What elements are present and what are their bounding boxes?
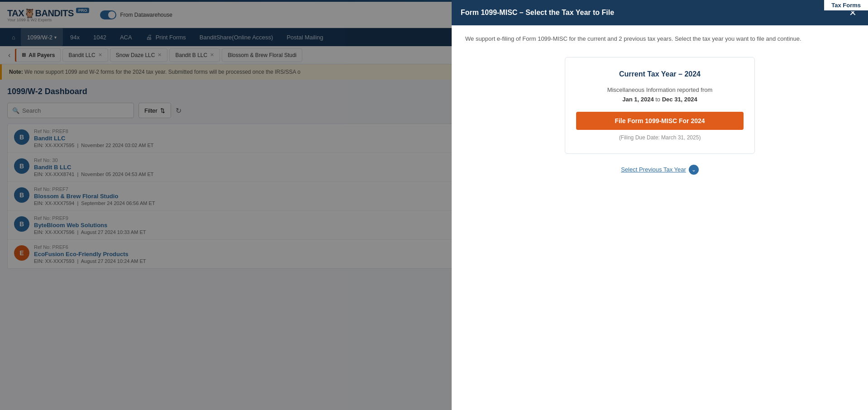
modal-dialog: Form 1099-MISC – Select the Tax Year to … [452,0,868,269]
prev-year-label: Select Previous Tax Year [621,166,686,173]
file-form-button-label: File Form 1099-MISC For 2024 [615,117,705,124]
tax-forms-tab-label: Tax Forms [831,2,861,9]
select-previous-tax-year[interactable]: Select Previous Tax Year ⌄ [465,165,854,175]
misc-date-end: Dec 31, 2024 [662,96,697,103]
modal-body: We support e-filing of Form 1099-MISC fo… [452,25,868,269]
modal-overlay: Form 1099-MISC – Select the Tax Year to … [0,0,868,269]
misc-dates: Jan 1, 2024 to Dec 31, 2024 [576,96,744,103]
misc-date-start: Jan 1, 2024 [622,96,653,103]
current-tax-year-label: Current Tax Year – 2024 [576,70,744,78]
modal-description: We support e-filing of Form 1099-MISC fo… [465,34,854,43]
modal-title: Form 1099-MISC – Select the Tax Year to … [461,9,614,17]
misc-info-line: Miscellaneous Information reported from [576,86,744,93]
modal-header: Form 1099-MISC – Select the Tax Year to … [452,0,868,25]
tax-year-card: Current Tax Year – 2024 Miscellaneous In… [565,57,755,154]
filing-due-date: (Filing Due Date: March 31, 2025) [576,134,744,141]
file-form-button[interactable]: File Form 1099-MISC For 2024 [576,112,744,130]
chevron-down-icon: ⌄ [689,165,699,175]
tax-forms-tab[interactable]: Tax Forms [824,0,868,11]
misc-to: to [655,96,660,103]
